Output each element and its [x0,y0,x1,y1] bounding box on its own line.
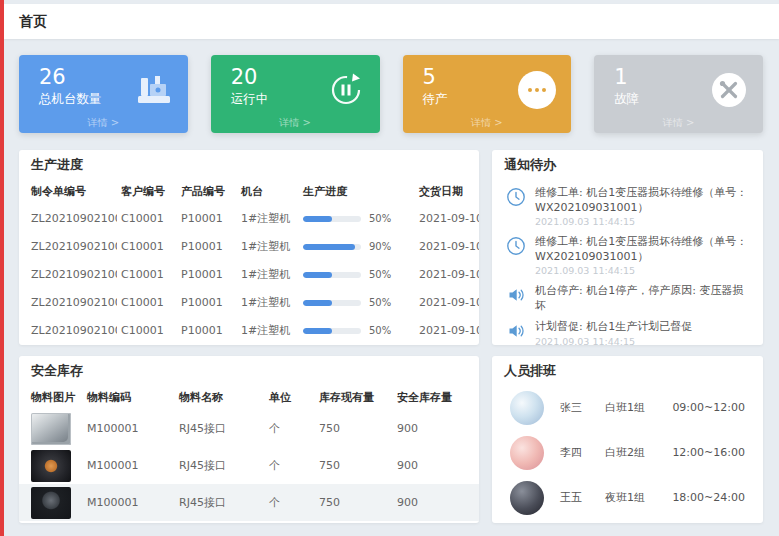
table-row: ZL202109021001 C10001 P10001 1#注塑机 50% 2… [19,288,479,316]
staff-row: 张三 白班1组 09:00~12:00 [492,385,763,430]
running-sync-icon [327,71,365,109]
col-header-material-name: 物料名称 [175,385,265,410]
avatar [510,436,544,470]
notice-item[interactable]: 维修工单: 机台1变压器损坏待维修（单号：WX202109031001） 202… [492,179,763,228]
avatar [510,391,544,425]
notice-timestamp: 2021.09.03 11:44:15 [535,265,751,277]
cell-material-no: M100001 [83,484,175,521]
stat-card-total-machines[interactable]: 26 总机台数量 详情 > [19,55,188,133]
progress-bar [303,216,361,222]
cell-material-no: M100001 [83,447,175,484]
col-header-delivery-date: 交货日期 [415,179,479,204]
cell-on-hand: 750 [315,484,393,521]
notice-text: 计划督促: 机台1生产计划已督促 [535,320,692,335]
progress-bar-fill [303,216,332,222]
cell-machine: 1#注塑机 [237,260,299,288]
staff-time: 18:00~24:00 [672,491,745,504]
notices-panel: 通知待办 维修工单: 机台1变压器损坏待维修（单号：WX202109031001… [492,150,763,345]
cell-progress: 50% [299,288,415,316]
notice-item[interactable]: 计划督促: 机台1生产计划已督促 2021.09.03 11:44:15 [492,313,763,345]
progress-bar-fill [303,272,332,278]
cell-unit: 个 [265,447,315,484]
cell-on-hand: 750 [315,447,393,484]
progress-bar-fill [303,328,332,334]
notice-item[interactable]: 机台停产: 机台1停产，停产原因: 变压器损坏 [492,277,763,313]
notice-item[interactable]: 维修工单: 机台1变压器损坏待维修（单号：WX202109031001） 202… [492,228,763,277]
cell-safety-qty: 900 [393,410,479,447]
notice-text: 维修工单: 机台1变压器损坏待维修（单号：WX202109031001） [535,186,751,215]
material-photo [31,450,71,482]
clock-icon [506,236,526,256]
production-table: 制令单编号 客户编号 产品编号 机台 生产进度 交货日期 ZL202109021… [19,179,479,344]
main-row-2: 安全库存 物料图片 物料编码 物料名称 单位 库存现有量 安全库存量 [19,356,763,523]
col-header-on-hand: 库存现有量 [315,385,393,410]
table-row: ZL202109021001 C10001 P10001 1#注塑机 90% 2… [19,232,479,260]
cell-order-no: ZL202109021001 [19,232,117,260]
page-header: 首页 [4,4,779,39]
cell-machine: 1#注塑机 [237,232,299,260]
cell-customer-no: C10001 [117,204,177,232]
stat-detail-link[interactable]: 详情 > [211,116,380,130]
staff-shift: 白班1组 [605,400,672,415]
stat-detail-link[interactable]: 详情 > [594,116,763,130]
table-header-row: 物料图片 物料编码 物料名称 单位 库存现有量 安全库存量 [19,385,479,410]
clock-icon [506,187,526,207]
panel-title: 生产进度 [19,150,479,179]
progress-label: 90% [369,241,391,252]
progress-label: 50% [369,213,391,224]
cell-delivery-date: 2021-09-10 [415,204,479,232]
stat-card-fault[interactable]: 1 故障 详情 > [594,55,763,133]
table-row: M100001 RJ45接口 个 750 900 [19,447,479,484]
cell-material-name: RJ45接口 [175,410,265,447]
table-header-row: 制令单编号 客户编号 产品编号 机台 生产进度 交货日期 [19,179,479,204]
cell-order-no: ZL202109021001 [19,204,117,232]
cell-customer-no: C10001 [117,260,177,288]
col-header-material-photo: 物料图片 [19,385,83,410]
col-header-customer-no: 客户编号 [117,179,177,204]
staff-row: 李四 白班2组 12:00~16:00 [492,430,763,475]
staff-name: 张三 [560,400,605,415]
cell-customer-no: C10001 [117,288,177,316]
ellipsis-icon [518,71,556,109]
cell-safety-qty: 900 [393,447,479,484]
staff-name: 王五 [560,490,605,505]
cell-product-no: P10001 [177,288,237,316]
staff-time: 09:00~12:00 [672,401,745,414]
stat-detail-link[interactable]: 详情 > [19,116,188,130]
table-row: ZL202109021001 C10001 P10001 1#注塑机 50% 2… [19,260,479,288]
cell-order-no: ZL202109021001 [19,260,117,288]
progress-label: 50% [369,297,391,308]
panel-title: 人员排班 [492,356,763,385]
staff-shift: 夜班1组 [605,490,672,505]
speaker-icon [506,321,526,341]
cell-progress: 50% [299,260,415,288]
cell-progress: 50% [299,316,415,344]
cell-delivery-date: 2021-09-10 [415,232,479,260]
cell-customer-no: C10001 [117,232,177,260]
col-header-unit: 单位 [265,385,315,410]
avatar [510,481,544,515]
table-row: ZL202109021001 C10001 P10001 1#注塑机 50% 2… [19,204,479,232]
stat-card-standby[interactable]: 5 待产 详情 > [403,55,572,133]
cell-unit: 个 [265,484,315,521]
production-progress-panel: 生产进度 制令单编号 客户编号 产品编号 机台 生产进度 交货日期 [19,150,479,345]
cell-product-no: P10001 [177,232,237,260]
stat-card-running[interactable]: 20 运行中 详情 > [211,55,380,133]
cell-safety-qty: 900 [393,484,479,521]
table-row: ZL202109021001 C10001 P10001 1#注塑机 50% 2… [19,316,479,344]
cell-delivery-date: 2021-09-10 [415,316,479,344]
stats-row: 26 总机台数量 详情 > 20 运行中 [19,55,763,133]
progress-bar [303,244,361,250]
cell-material-photo [19,410,83,447]
cell-material-photo [19,484,83,521]
notice-text: 机台停产: 机台1停产，停产原因: 变压器损坏 [535,284,751,313]
main-row-1: 生产进度 制令单编号 客户编号 产品编号 机台 生产进度 交货日期 [19,150,763,345]
cell-progress: 90% [299,232,415,260]
tools-icon [710,71,748,109]
progress-bar [303,300,361,306]
cell-material-photo [19,447,83,484]
staff-name: 李四 [560,445,605,460]
safety-stock-panel: 安全库存 物料图片 物料编码 物料名称 单位 库存现有量 安全库存量 [19,356,479,523]
progress-bar [303,328,361,334]
stat-detail-link[interactable]: 详情 > [403,116,572,130]
